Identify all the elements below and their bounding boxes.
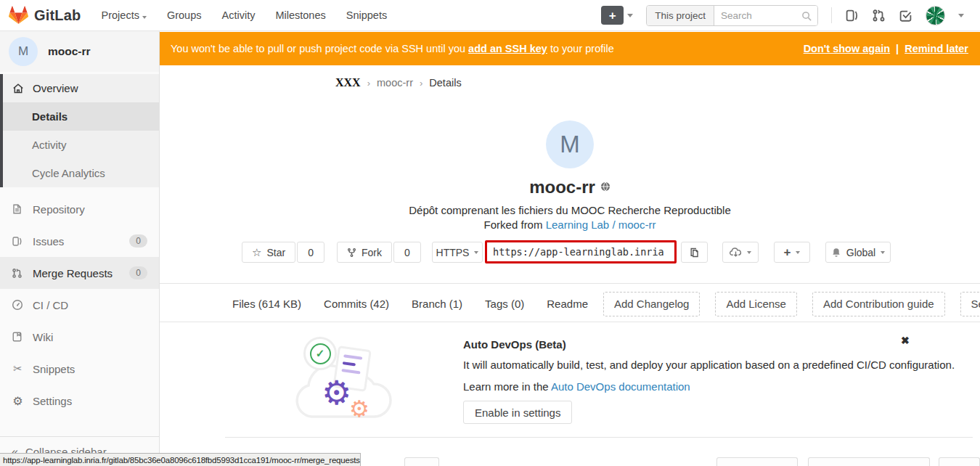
banner-message: You won't be able to pull or push projec… — [171, 43, 614, 54]
add-license-button[interactable]: Add License — [715, 292, 797, 316]
setup-cicd-button[interactable]: Set up CI/CD — [960, 292, 980, 316]
gitlab-logo[interactable]: GitLab — [0, 6, 81, 25]
breadcrumb-project[interactable]: mooc-rr — [377, 77, 413, 89]
partial-button[interactable] — [716, 457, 798, 466]
fork-label: Fork — [362, 247, 382, 258]
ssh-warning-banner: You won't be able to pull or push projec… — [160, 32, 980, 65]
sidebar-item-label: CI / CD — [33, 299, 68, 311]
gitlab-tanuki-icon — [9, 6, 28, 25]
clipboard-icon — [689, 247, 700, 258]
new-menu-button[interactable] — [601, 6, 633, 25]
todos-button[interactable] — [899, 9, 912, 23]
forked-from-link[interactable]: Learning Lab / mooc-rr — [546, 218, 656, 231]
sidebar-item-activity[interactable]: Activity — [3, 131, 159, 159]
partial-button[interactable] — [939, 457, 980, 466]
partial-button[interactable] — [808, 457, 930, 466]
navbar-link-projects[interactable]: Projects — [102, 9, 147, 21]
sidebar-item-cycle-analytics[interactable]: Cycle Analytics — [3, 159, 159, 187]
sidebar-item-label: Snippets — [33, 363, 75, 375]
dont-show-again-link[interactable]: Don't show again — [804, 43, 890, 54]
user-avatar — [926, 6, 945, 25]
protocol-dropdown[interactable]: HTTPS — [432, 242, 483, 263]
plus-icon — [601, 6, 624, 25]
project-title-row: mooc-rr — [160, 177, 980, 197]
breadcrumb: XXX › mooc-rr › Details — [335, 76, 462, 89]
navbar-link-groups[interactable]: Groups — [167, 9, 202, 21]
tab-files[interactable]: Files (614 KB) — [232, 298, 301, 310]
breadcrumb-group[interactable]: XXX — [335, 76, 361, 89]
notification-dropdown[interactable]: Global — [825, 242, 891, 263]
chevron-down-icon — [958, 14, 964, 17]
add-contribution-guide-button[interactable]: Add Contribution guide — [812, 292, 945, 316]
user-menu-button[interactable] — [926, 6, 945, 25]
sidebar-item-cicd[interactable]: CI / CD — [0, 289, 159, 321]
breadcrumb-separator: › — [420, 78, 422, 89]
book-icon — [12, 331, 24, 343]
speech-bubble — [303, 337, 337, 370]
remind-later-link[interactable]: Remind later — [905, 43, 968, 54]
navbar-link-snippets[interactable]: Snippets — [346, 9, 387, 21]
gear-icon: ⚙ — [349, 398, 369, 420]
auto-devops-title: Auto DevOps (Beta) — [463, 338, 566, 351]
sidebar-item-merge-requests[interactable]: Merge Requests 0 — [0, 257, 159, 289]
learn-prefix: Learn more in the — [463, 380, 551, 393]
star-count[interactable]: 0 — [297, 242, 324, 263]
divider — [831, 7, 832, 23]
merge-requests-dashboard-button[interactable] — [872, 9, 886, 23]
chevron-down-icon — [796, 251, 800, 254]
gear-icon: ⚙ — [12, 394, 24, 408]
search-box — [714, 6, 817, 25]
check-circle-icon — [310, 343, 331, 364]
navbar-link-milestones[interactable]: Milestones — [275, 9, 325, 21]
copy-url-button[interactable] — [681, 242, 708, 263]
protocol-label: HTTPS — [436, 247, 470, 258]
home-icon — [12, 83, 25, 94]
issues-dashboard-button[interactable] — [845, 9, 859, 23]
clone-url-input[interactable] — [485, 240, 677, 263]
sidebar-item-label: Issues — [33, 235, 64, 248]
tab-commits[interactable]: Commits (42) — [324, 298, 389, 310]
sidebar-item-label: Details — [32, 110, 68, 123]
top-navbar: GitLab Projects Groups Activity Mileston… — [0, 0, 980, 31]
sidebar-item-wiki[interactable]: Wiki — [0, 321, 159, 353]
auto-devops-learn-line: Learn more in the Auto DevOps documentat… — [463, 380, 690, 393]
chevron-down-icon — [142, 16, 147, 19]
fork-button[interactable]: Fork — [337, 242, 392, 263]
sidebar-item-details[interactable]: Details — [3, 102, 159, 131]
sidebar-item-overview[interactable]: Overview — [3, 74, 159, 102]
page-title: mooc-rr — [529, 177, 595, 197]
sidebar-item-snippets[interactable]: ✂ Snippets — [0, 353, 159, 385]
sidebar-project-header[interactable]: M mooc-rr — [0, 31, 159, 72]
tab-branch[interactable]: Branch (1) — [412, 298, 462, 310]
gear-icon: ⚙ — [322, 376, 351, 409]
sidebar-item-label: Cycle Analytics — [32, 167, 105, 179]
issues-icon — [845, 9, 859, 23]
star-icon — [252, 246, 261, 259]
navbar-link-activity[interactable]: Activity — [222, 9, 256, 21]
partial-button[interactable] — [404, 457, 439, 466]
create-new-dropdown[interactable]: + — [774, 242, 810, 263]
tab-tags[interactable]: Tags (0) — [485, 298, 524, 310]
add-changelog-button[interactable]: Add Changelog — [603, 292, 700, 316]
merge-request-icon — [12, 268, 24, 279]
gauge-icon — [12, 299, 24, 311]
cloud-download-icon — [730, 247, 742, 258]
tab-readme[interactable]: Readme — [547, 298, 588, 310]
auto-devops-doc-link[interactable]: Auto DevOps documentation — [551, 380, 690, 393]
notification-level-label: Global — [846, 247, 875, 258]
star-button[interactable]: Star — [242, 242, 295, 263]
chevron-down-icon — [747, 251, 751, 254]
close-icon[interactable] — [901, 335, 910, 346]
sidebar-item-repository[interactable]: Repository — [0, 193, 159, 225]
sidebar-section-overview: Overview Details Activity Cycle Analytic… — [0, 74, 159, 187]
star-group: Star 0 — [242, 242, 324, 263]
sidebar-item-label: Repository — [33, 203, 85, 216]
search-icon — [801, 11, 812, 22]
fork-count[interactable]: 0 — [393, 242, 421, 263]
sidebar-item-issues[interactable]: Issues 0 — [0, 225, 159, 257]
sidebar-item-settings[interactable]: ⚙ Settings — [0, 385, 159, 417]
add-ssh-key-link[interactable]: add an SSH key — [468, 43, 547, 54]
star-label: Star — [266, 247, 285, 258]
download-dropdown[interactable] — [722, 242, 759, 263]
enable-in-settings-button[interactable]: Enable in settings — [463, 401, 572, 424]
